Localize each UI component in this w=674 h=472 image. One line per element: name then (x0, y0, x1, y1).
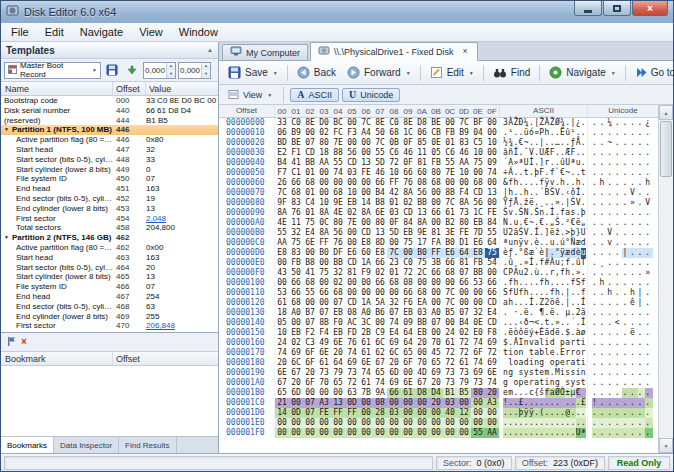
hex-byte[interactable]: 81 (429, 228, 443, 238)
hex-byte[interactable]: FE (317, 408, 331, 418)
hex-byte[interactable]: D8 (415, 388, 429, 398)
panel-tab-find-results[interactable]: Find Results (119, 437, 176, 453)
hex-byte[interactable]: FF (387, 178, 401, 188)
hex-row-bytes[interactable]: 10EBF2F4EBFD2BC9E464EB002402E0F8 (275, 328, 499, 338)
hex-byte[interactable]: 20 (485, 388, 499, 398)
hex-byte[interactable]: 66 (443, 258, 457, 268)
hex-row-ascii[interactable]: .û¸.»Í.f#Àu;f.ûT (499, 258, 587, 268)
hex-byte[interactable]: 26 (275, 178, 289, 188)
hex-byte[interactable]: A3 (317, 398, 331, 408)
hex-byte[interactable]: 18 (317, 148, 331, 158)
hex-byte[interactable]: 72 (443, 348, 457, 358)
hex-byte[interactable]: 00 (443, 118, 457, 128)
hex-byte[interactable]: FB (443, 128, 457, 138)
hex-byte[interactable]: F6 (401, 298, 415, 308)
hex-byte[interactable]: 00 (457, 418, 471, 428)
hex-byte[interactable]: 66 (373, 278, 387, 288)
hex-byte[interactable]: 4E (331, 208, 345, 218)
hex-byte[interactable]: 00 (485, 148, 499, 158)
hex-row-unicode[interactable]: .....ë.. (587, 328, 658, 338)
hex-row-bytes[interactable]: 74696F6E207461626C65004572726F72 (275, 348, 499, 358)
hex-byte[interactable]: F9 (359, 268, 373, 278)
hex-byte[interactable]: 00 (485, 178, 499, 188)
hex-byte[interactable]: 61 (359, 338, 373, 348)
hex-row-ascii[interactable]: ...‹ð¬<.t.»..´.Í (499, 318, 587, 328)
hex-byte[interactable]: 7C (457, 118, 471, 128)
hex-byte[interactable]: 00 (359, 408, 373, 418)
hex-byte[interactable]: 6D (289, 388, 303, 398)
hex-byte[interactable]: 00 (317, 278, 331, 288)
hex-byte[interactable]: 07 (303, 318, 317, 328)
hex-byte[interactable]: 10 (387, 168, 401, 178)
hex-row-unicode[interactable]: ........ (587, 338, 658, 348)
hex-byte[interactable]: 00 (289, 318, 303, 328)
template-field-row[interactable]: Start sector (bits 0-5), cylinder46420 (1, 263, 218, 273)
hex-byte[interactable]: 72 (457, 338, 471, 348)
hex-byte[interactable]: 79 (457, 378, 471, 388)
hex-byte[interactable]: 02 (331, 278, 345, 288)
hex-byte[interactable]: AC (345, 318, 359, 328)
hex-byte[interactable]: BC (331, 118, 345, 128)
hex-byte[interactable]: 66 (289, 288, 303, 298)
hex-byte[interactable]: 07 (429, 318, 443, 328)
hex-byte[interactable]: 08 (373, 398, 387, 408)
hex-row-unicode[interactable]: ........ (587, 218, 658, 228)
hex-row-ascii[interactable]: . ·.ë. ¶.ë. µ.2ä (499, 308, 587, 318)
hex-byte[interactable]: 66 (401, 288, 415, 298)
hex-byte[interactable]: 1C (401, 128, 415, 138)
hex-byte[interactable]: 66 (373, 178, 387, 188)
hex-byte[interactable]: 03 (443, 398, 457, 408)
hex-byte[interactable]: 8A (317, 208, 331, 218)
template-field-row[interactable]: Start head44732 (1, 145, 218, 155)
tab-close-icon[interactable]: × (461, 47, 470, 56)
hex-row-unicode[interactable]: ........ (587, 308, 658, 318)
hex-byte[interactable]: D8 (415, 118, 429, 128)
hex-byte[interactable]: FB (471, 258, 485, 268)
hex-byte[interactable]: F0 (331, 318, 345, 328)
hex-byte[interactable]: B1 (443, 388, 457, 398)
hex-byte[interactable]: 53 (471, 278, 485, 288)
hex-byte[interactable]: 41 (289, 158, 303, 168)
hex-byte[interactable]: 00 (331, 178, 345, 188)
hex-byte[interactable]: 00 (415, 428, 429, 438)
hex-byte[interactable]: 3E (443, 228, 457, 238)
hex-byte[interactable]: 6E (275, 368, 289, 378)
hex-byte[interactable]: 20 (429, 378, 443, 388)
hex-byte[interactable]: EB (331, 308, 345, 318)
hex-byte[interactable]: EB (401, 308, 415, 318)
hex-byte[interactable]: 81 (415, 158, 429, 168)
hex-byte[interactable]: 00 (457, 178, 471, 188)
hex-byte[interactable]: CD (401, 208, 415, 218)
hex-byte[interactable]: 00 (401, 408, 415, 418)
hex-row-unicode[interactable]: !....... (587, 398, 658, 408)
hex-byte[interactable]: 50 (289, 268, 303, 278)
hex-byte[interactable]: 66 (429, 268, 443, 278)
hex-byte[interactable]: 73 (345, 368, 359, 378)
hex-row-ascii[interactable]: !..£....... ...£ (499, 398, 587, 408)
template-section-row[interactable]: ▼Partition 1 (NTFS, 100 MB)446 (1, 125, 218, 135)
hex-byte[interactable]: 3C (359, 318, 373, 328)
hex-byte[interactable]: 8B (443, 188, 457, 198)
template-field-row[interactable]: End cylinder (lower 8 bits)45313 (1, 204, 218, 214)
hex-byte[interactable]: 83 (289, 198, 303, 208)
template-field-row[interactable]: File system ID45007 (1, 174, 218, 184)
hex-byte[interactable]: 84 (401, 218, 415, 228)
column-header-name[interactable]: Name (1, 82, 113, 95)
hex-byte[interactable]: 00 (373, 428, 387, 438)
hex-byte[interactable]: 00 (429, 328, 443, 338)
hex-byte[interactable]: 7C (373, 138, 387, 148)
hex-byte[interactable]: BB (415, 198, 429, 208)
hex-byte[interactable]: 75 (415, 258, 429, 268)
hex-row-offset[interactable]: 000001D0 (219, 408, 275, 418)
hex-byte[interactable]: FC (331, 128, 345, 138)
hex-byte[interactable]: 81 (345, 268, 359, 278)
hex-byte[interactable]: 00 (359, 428, 373, 438)
hex-byte[interactable]: 00 (345, 118, 359, 128)
hex-byte[interactable]: 11 (289, 218, 303, 228)
goto-offset-button[interactable]: Go to Offset (630, 65, 674, 80)
hex-byte[interactable]: AA (317, 158, 331, 168)
tab-physicaldrive1[interactable]: \\.\PhysicalDrive1 - Fixed Disk × (310, 42, 478, 61)
hex-byte[interactable]: 00 (359, 148, 373, 158)
hex-byte[interactable]: 07 (303, 138, 317, 148)
hex-row-bytes[interactable]: 18A0B707EB08A0B607EB03A0B50732E4 (275, 308, 499, 318)
